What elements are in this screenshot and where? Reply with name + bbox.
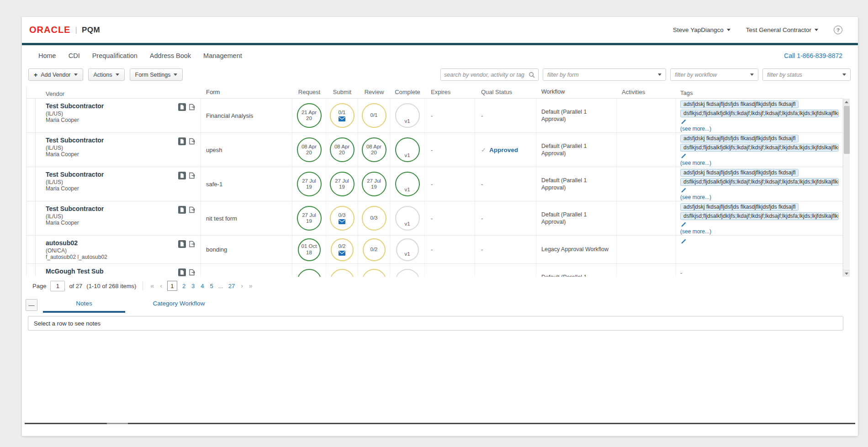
see-more-link[interactable]: (see more...) xyxy=(680,228,711,235)
tab-category-workflow[interactable]: Category Workflow xyxy=(125,300,233,313)
vendor-name[interactable]: Test Subcontractor xyxy=(46,171,178,179)
export-form-icon[interactable] xyxy=(188,137,196,145)
scrollbar-up-button[interactable] xyxy=(843,99,850,105)
export-form-icon[interactable] xyxy=(188,268,196,276)
last-page-button[interactable]: » xyxy=(248,282,254,289)
nav-home[interactable]: Home xyxy=(38,52,56,59)
tab-notes[interactable]: Notes xyxy=(43,300,125,313)
pdf-export-icon[interactable] xyxy=(178,206,186,214)
nav-address-book[interactable]: Address Book xyxy=(150,52,191,59)
request-status-circle[interactable]: 01 Oct18 xyxy=(298,238,321,261)
submit-status-circle[interactable]: 27 Jul19 xyxy=(330,172,355,196)
see-more-link[interactable]: (see more...) xyxy=(680,160,711,166)
complete-status-circle[interactable]: v1 xyxy=(396,238,419,261)
prev-page-button[interactable]: ‹ xyxy=(159,282,163,289)
col-header-request[interactable]: Request xyxy=(292,86,326,98)
filter-by-form-select[interactable]: filter by form xyxy=(543,68,666,81)
vendor-name[interactable]: Test Subcontractor xyxy=(46,205,178,213)
export-form-icon[interactable] xyxy=(188,103,196,111)
vendor-name[interactable]: Test Subcontractor xyxy=(46,137,178,145)
filter-by-workflow-select[interactable]: filter by workflow xyxy=(670,68,758,81)
complete-status-circle[interactable] xyxy=(395,269,420,277)
form-settings-button[interactable]: Form Settings xyxy=(130,68,183,81)
row-selector[interactable] xyxy=(26,167,36,201)
splitter-handle[interactable] xyxy=(107,423,128,424)
col-header-form[interactable]: Form xyxy=(201,86,292,98)
row-selector[interactable] xyxy=(26,236,36,263)
edit-tags-icon[interactable] xyxy=(681,119,839,125)
request-status-circle[interactable]: 27 Jul19 xyxy=(297,172,322,196)
submit-status-circle[interactable]: 0/3 xyxy=(330,206,355,231)
request-status-circle[interactable]: 08 Apr20 xyxy=(297,137,322,162)
review-status-circle[interactable]: 08 Apr20 xyxy=(362,137,386,162)
pdf-export-icon[interactable] xyxy=(178,172,186,179)
submit-status-circle[interactable]: 0/3 xyxy=(330,269,355,277)
row-selector[interactable] xyxy=(26,133,36,167)
table-row[interactable]: Test Subcontractor(IL/US)Maria Coopersaf… xyxy=(26,167,843,201)
submit-status-circle[interactable]: 0/2 xyxy=(331,238,354,261)
org-menu[interactable]: Test General Contractor xyxy=(746,26,818,33)
review-status-circle[interactable]: 0/1 xyxy=(362,103,386,128)
nav-prequalification[interactable]: Prequalification xyxy=(92,52,138,59)
edit-tags-icon[interactable] xyxy=(681,221,839,227)
scrollbar-down-button[interactable] xyxy=(843,270,850,277)
pdf-export-icon[interactable] xyxy=(178,240,186,248)
pdf-export-icon[interactable] xyxy=(178,137,186,145)
col-header-tags[interactable]: Tags xyxy=(676,86,843,98)
col-header-expires[interactable]: Expires xyxy=(425,86,475,98)
submit-status-circle[interactable]: 0/1 xyxy=(330,103,355,128)
edit-tags-icon[interactable] xyxy=(681,187,839,193)
pdf-export-icon[interactable] xyxy=(178,268,186,276)
export-form-icon[interactable] xyxy=(188,172,196,179)
vendor-name[interactable]: autosub02 xyxy=(46,239,178,247)
table-row[interactable]: autosub02(ON/CA)f_autosub02 l_autosub02b… xyxy=(26,236,843,264)
complete-status-circle[interactable]: v1 xyxy=(395,103,420,128)
row-selector[interactable] xyxy=(26,264,36,277)
table-scrollbar[interactable] xyxy=(843,99,850,277)
edit-tags-icon[interactable] xyxy=(681,238,839,244)
page-link-current[interactable]: 1 xyxy=(167,281,177,291)
qual-status-value[interactable]: Approved xyxy=(489,147,518,153)
first-page-button[interactable]: « xyxy=(149,282,155,289)
table-row[interactable]: Test Subcontractor(IL/US)Maria Cooperupe… xyxy=(26,133,843,167)
request-status-circle[interactable]: 27 Jul19 xyxy=(297,206,322,231)
complete-status-circle[interactable]: v1 xyxy=(395,206,420,231)
scrollbar-thumb[interactable] xyxy=(844,106,850,154)
col-header-activities[interactable]: Activities xyxy=(617,86,676,98)
page-link-2[interactable]: 2 xyxy=(181,283,186,289)
add-vendor-button[interactable]: + Add Vendor xyxy=(28,68,83,81)
complete-status-circle[interactable]: v1 xyxy=(395,137,420,162)
next-page-button[interactable]: › xyxy=(240,282,244,289)
table-row[interactable]: McGough Test Sub(MN/US)test 34.831 Aug0/… xyxy=(26,264,843,277)
review-status-circle[interactable]: 0/2 xyxy=(363,238,386,261)
collapse-panel-button[interactable]: — xyxy=(26,299,37,311)
page-number-input[interactable] xyxy=(50,281,65,291)
page-link-4[interactable]: 4 xyxy=(200,283,205,289)
search-input[interactable] xyxy=(444,72,529,78)
table-row[interactable]: Test Subcontractor(IL/US)Maria CooperFin… xyxy=(26,99,843,133)
col-header-qual-status[interactable]: Qual Status xyxy=(475,86,536,98)
export-form-icon[interactable] xyxy=(188,206,196,214)
col-header-vendor[interactable]: Vendor xyxy=(36,86,201,98)
submit-status-circle[interactable]: 08 Apr20 xyxy=(330,137,355,162)
request-status-circle[interactable]: 21 Apr20 xyxy=(297,103,322,128)
nav-cdi[interactable]: CDI xyxy=(69,52,80,59)
help-icon[interactable]: ? xyxy=(834,26,842,34)
page-link-last[interactable]: 27 xyxy=(228,283,236,289)
see-more-link[interactable]: (see more...) xyxy=(680,194,711,200)
vendor-name[interactable]: McGough Test Sub xyxy=(46,268,178,276)
user-menu[interactable]: Steve YapDiangco xyxy=(673,26,730,33)
filter-by-status-select[interactable]: filter by status xyxy=(762,68,851,81)
col-header-complete[interactable]: Complete xyxy=(390,86,425,98)
col-header-workflow[interactable]: Workflow xyxy=(536,86,617,98)
vendor-name[interactable]: Test Subcontractor xyxy=(46,102,178,110)
pdf-export-icon[interactable] xyxy=(178,103,186,111)
review-status-circle[interactable]: 0/3 xyxy=(362,269,386,277)
actions-button[interactable]: Actions xyxy=(88,68,125,81)
row-selector[interactable] xyxy=(26,201,36,235)
table-row[interactable]: Test Subcontractor(IL/US)Maria Coopernit… xyxy=(26,201,843,236)
row-selector[interactable] xyxy=(26,99,36,132)
nav-management[interactable]: Management xyxy=(203,52,242,59)
page-link-5[interactable]: 5 xyxy=(209,283,214,289)
col-header-review[interactable]: Review xyxy=(358,86,390,98)
